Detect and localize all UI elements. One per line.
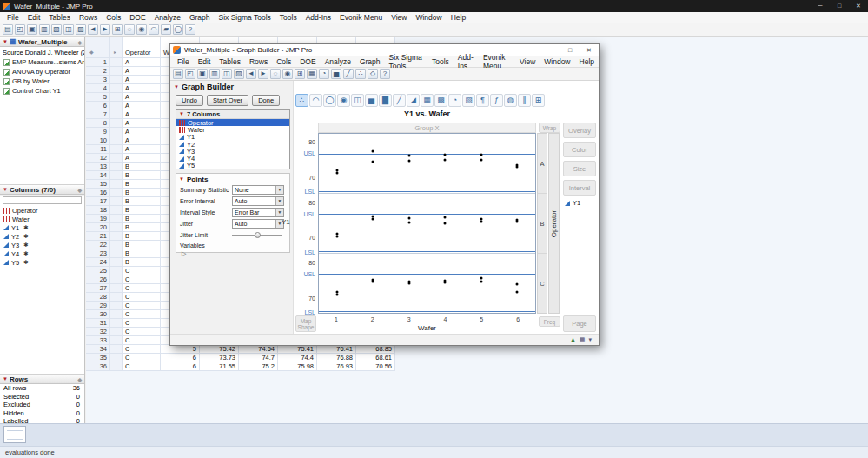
y-tick-label[interactable]: USL bbox=[303, 150, 315, 156]
cell-operator[interactable]: C bbox=[123, 284, 161, 293]
cell-operator[interactable]: C bbox=[123, 293, 161, 302]
cell-operator[interactable]: B bbox=[123, 206, 161, 215]
close-icon[interactable]: ✕ bbox=[849, 0, 868, 12]
data-point[interactable] bbox=[444, 222, 447, 225]
slider-thumb[interactable] bbox=[255, 232, 261, 238]
copy-icon[interactable]: ◫ bbox=[63, 24, 74, 35]
row-state-cell[interactable] bbox=[110, 354, 123, 362]
histogram-icon[interactable]: ▅ bbox=[331, 69, 341, 79]
row-state-cell[interactable] bbox=[110, 232, 123, 241]
close-icon[interactable]: ✕ bbox=[580, 44, 599, 56]
dialog-menu-graph[interactable]: Graph bbox=[355, 57, 385, 66]
dialog-menu-tools[interactable]: Tools bbox=[427, 57, 454, 66]
dialog-menu-rows[interactable]: Rows bbox=[245, 57, 272, 66]
panel-label-a[interactable]: A bbox=[538, 134, 547, 193]
row-state-cell[interactable] bbox=[110, 136, 123, 145]
menu-cols[interactable]: Cols bbox=[102, 13, 125, 22]
dialog-menu-help[interactable]: Help bbox=[575, 57, 599, 66]
cell-operator[interactable]: A bbox=[123, 102, 161, 110]
data-point[interactable] bbox=[407, 159, 410, 162]
journal-icon[interactable]: ▧ bbox=[51, 24, 62, 35]
x-tick-label[interactable]: 6 bbox=[516, 316, 520, 322]
minimize-icon[interactable]: ─ bbox=[811, 0, 830, 12]
cell-value[interactable]: 73.73 bbox=[200, 354, 239, 362]
cell-operator[interactable]: B bbox=[123, 249, 161, 258]
panel-variable-strip[interactable]: Operator bbox=[548, 133, 560, 314]
column-list-item[interactable]: Y5✱ bbox=[0, 258, 84, 267]
gallery-smoother-icon[interactable]: ◠ bbox=[309, 94, 322, 107]
grid-icon[interactable]: ▦ bbox=[580, 335, 586, 344]
data-point[interactable] bbox=[407, 282, 410, 285]
row-state-cell[interactable] bbox=[110, 275, 123, 284]
panel-disclosure-icon[interactable]: ◆ bbox=[77, 187, 82, 193]
table-script-item[interactable]: EMP Measure...stems Analysis bbox=[0, 57, 84, 67]
panel-disclosure-icon[interactable]: ◆ bbox=[77, 376, 82, 382]
columns-list-header[interactable]: ▼ 7 Columns bbox=[176, 110, 289, 119]
summary-statistic-dropdown[interactable]: None▾ bbox=[232, 185, 284, 195]
table-panel-header[interactable]: ▼ ▦ Wafer_Multiple ◆ bbox=[0, 37, 84, 47]
cell-value[interactable]: 75.41 bbox=[278, 345, 317, 354]
column-list-item[interactable]: Y3✱ bbox=[0, 241, 84, 249]
jitter-dropdown[interactable]: Auto▾ bbox=[232, 219, 284, 229]
data-point[interactable] bbox=[444, 158, 447, 161]
x-tick-label[interactable]: 2 bbox=[371, 316, 374, 322]
row-number[interactable]: 4 bbox=[86, 84, 110, 93]
panel-label-c[interactable]: C bbox=[538, 253, 547, 313]
gallery-table-icon[interactable]: ⊞ bbox=[532, 94, 545, 107]
cell-operator[interactable]: C bbox=[123, 362, 161, 371]
gallery-formula-icon[interactable]: ƒ bbox=[490, 94, 503, 107]
row-state-cell[interactable] bbox=[110, 258, 123, 267]
row-number[interactable]: 27 bbox=[86, 284, 110, 293]
dialog-menu-doe[interactable]: DOE bbox=[295, 57, 320, 66]
data-point[interactable] bbox=[480, 281, 482, 283]
data-point[interactable] bbox=[516, 283, 519, 286]
row-state-cell[interactable] bbox=[110, 267, 123, 275]
red-triangle-icon[interactable]: ▼ bbox=[179, 176, 184, 182]
row-number[interactable]: 33 bbox=[86, 336, 110, 345]
redo-icon[interactable]: ► bbox=[100, 24, 110, 35]
y-tick-label[interactable]: USL bbox=[303, 270, 315, 276]
data-point[interactable] bbox=[480, 154, 482, 156]
row-number[interactable]: 16 bbox=[86, 189, 110, 197]
menu-window[interactable]: Window bbox=[411, 13, 446, 22]
row-number[interactable]: 36 bbox=[86, 362, 110, 371]
cell-operator[interactable]: A bbox=[123, 67, 161, 76]
row-state-cell[interactable] bbox=[110, 223, 123, 232]
data-point[interactable] bbox=[335, 169, 338, 172]
scatter-icon[interactable]: ∴ bbox=[355, 69, 366, 79]
gallery-line-icon[interactable]: ╱ bbox=[393, 94, 406, 107]
data-point[interactable] bbox=[407, 217, 410, 220]
row-state-cell[interactable] bbox=[110, 128, 123, 136]
menu-add-ins[interactable]: Add-Ins bbox=[301, 13, 335, 22]
table-source-item[interactable]: Source Donald J. Wheeler (2006). bbox=[0, 47, 84, 57]
y-tick-label[interactable]: USL bbox=[303, 210, 315, 216]
cell-operator[interactable]: B bbox=[123, 163, 161, 171]
menu-tools[interactable]: Tools bbox=[275, 13, 301, 22]
menu-file[interactable]: File bbox=[3, 13, 23, 22]
cell-operator[interactable]: C bbox=[123, 319, 161, 328]
search-icon[interactable]: ◌ bbox=[270, 69, 281, 79]
print-icon[interactable]: ▥ bbox=[209, 69, 220, 79]
column-list-item[interactable]: Y1✱ bbox=[0, 223, 84, 232]
new-data-table-icon[interactable]: ▤ bbox=[3, 24, 13, 35]
cell-operator[interactable]: A bbox=[123, 119, 161, 128]
menu-six-sigma-tools[interactable]: Six Sigma Tools bbox=[215, 13, 275, 22]
row-state-cell[interactable] bbox=[110, 362, 123, 371]
row-number[interactable]: 19 bbox=[86, 215, 110, 223]
menu-evonik-menu[interactable]: Evonik Menu bbox=[335, 13, 387, 22]
minimize-icon[interactable]: ─ bbox=[541, 44, 560, 56]
row-number[interactable]: 1 bbox=[86, 58, 110, 67]
x-tick-label[interactable]: 1 bbox=[335, 316, 338, 322]
table-grid-icon[interactable]: ⊞ bbox=[112, 24, 123, 35]
maximize-icon[interactable]: □ bbox=[830, 0, 849, 12]
row-number[interactable]: 26 bbox=[86, 275, 110, 284]
row-state-cell[interactable] bbox=[110, 310, 123, 319]
dialog-menu-window[interactable]: Window bbox=[540, 57, 574, 66]
data-point[interactable] bbox=[480, 277, 482, 280]
gallery-pie-icon[interactable]: ◔ bbox=[448, 94, 461, 107]
data-point[interactable] bbox=[407, 222, 410, 224]
row-state-cell[interactable] bbox=[110, 110, 123, 119]
page-drop-zone[interactable]: Page bbox=[563, 315, 596, 332]
cell-operator[interactable]: A bbox=[123, 93, 161, 102]
x-tick-label[interactable]: 5 bbox=[480, 316, 483, 322]
